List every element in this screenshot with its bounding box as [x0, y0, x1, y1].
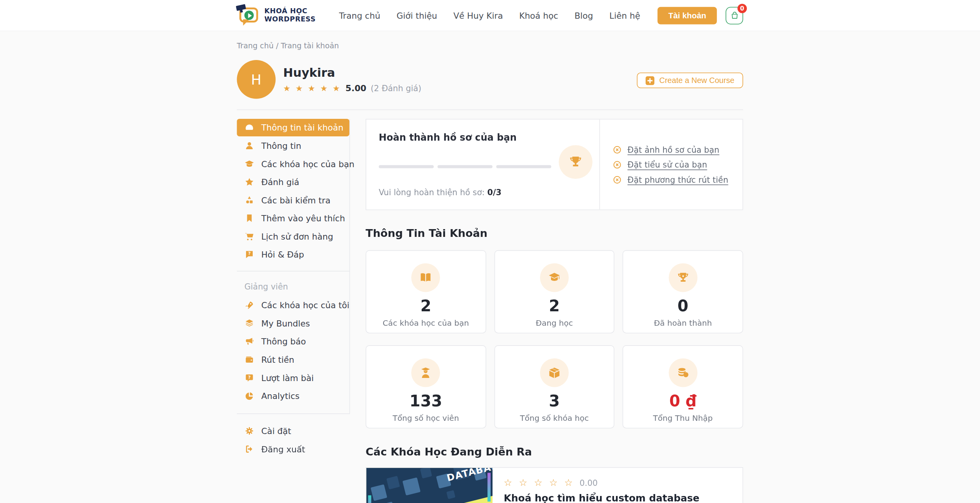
divider [237, 109, 743, 110]
task-set-withdrawal-method[interactable]: Đặt phương thức rút tiền [612, 175, 730, 184]
nav-ve-huy-kira[interactable]: Về Huy Kira [453, 10, 503, 20]
sidebar-item-thong-bao[interactable]: Thông báo [237, 332, 349, 350]
stat-card-total-courses: 3 Tổng số khóa học [494, 345, 614, 428]
circle-x-icon [612, 175, 622, 184]
stat-card-completed-courses: 0 Đã hoàn thành [623, 250, 743, 333]
sidebar-item-cac-khoa-hoc-cua-ban[interactable]: Các khóa học của bạn [237, 154, 349, 173]
course-rating-value: 0.00 [580, 478, 598, 487]
nav-gioi-thieu[interactable]: Giới thiệu [396, 10, 437, 20]
sidebar-item-dang-xuat[interactable]: Đăng xuất [237, 439, 350, 458]
star-icon [245, 176, 255, 187]
create-course-button[interactable]: Create a New Course [637, 72, 743, 88]
profile-completion-panel: Hoàn thành hồ sơ của bạn Vui lòng hoàn t… [366, 119, 743, 210]
pie-chart-icon [245, 390, 255, 401]
logout-icon [245, 444, 255, 454]
circle-x-icon [612, 145, 622, 154]
site-logo[interactable]: KHOÁ HỌC WORDPRESS [237, 6, 315, 25]
question-square-icon: ? [245, 372, 255, 383]
sidebar-item-danh-gia[interactable]: Đánh giá [237, 173, 349, 191]
page: KHOÁ HỌC WORDPRESS Trang chủ Giới thiệu … [0, 0, 980, 503]
layers-icon [245, 318, 255, 328]
rating-value: 5.00 [345, 83, 366, 93]
logo-icon [237, 6, 259, 25]
sidebar-item-thong-tin[interactable]: Thông tin [237, 136, 349, 155]
student-icon [412, 358, 440, 387]
sidebar-item-cac-bai-kiem-tra[interactable]: Các bài kiểm tra [237, 191, 349, 209]
logo-text: KHOÁ HỌC WORDPRESS [264, 8, 316, 23]
sidebar-item-luot-lam-bai[interactable]: ? Lượt làm bài [237, 368, 349, 387]
course-thumbnail[interactable]: DATABASE Khoá học Database WordPress Lập… [366, 468, 493, 503]
avatar: H [237, 60, 276, 99]
stat-card-enrolled-courses: 2 Các khóa học của bạn [366, 250, 486, 333]
profile-name: Huykira [283, 66, 421, 79]
svg-text:?: ? [248, 375, 251, 380]
shopping-bag-icon [730, 11, 739, 20]
trophy-icon [669, 263, 697, 292]
main-content: Hoàn thành hồ sơ của bạn Vui lòng hoàn t… [366, 119, 743, 503]
main-nav: Trang chủ Giới thiệu Về Huy Kira Khoá họ… [339, 10, 640, 20]
course-card: DATABASE Khoá học Database WordPress Lập… [366, 467, 743, 503]
sidebar-item-lich-su-don-hang[interactable]: Lịch sử đơn hàng [237, 227, 349, 245]
stat-card-total-students: 133 Tổng số học viên [366, 345, 486, 428]
nav-trang-chu[interactable]: Trang chủ [339, 10, 380, 20]
course-rating-stars: ☆ ☆ ☆ ☆ ☆ [504, 477, 575, 489]
profile-header: H Huykira ★ ★ ★ ★ ★ 5.00 (2 Đánh giá) Cr… [237, 60, 743, 99]
box-icon [540, 358, 569, 387]
account-button[interactable]: Tài khoản [658, 7, 717, 24]
sidebar-item-hoi-dap[interactable]: ? Hỏi & Đáp [237, 245, 349, 263]
plus-icon [646, 76, 654, 85]
nav-khoa-hoc[interactable]: Khoá học [519, 10, 558, 20]
sidebar-item-cai-dat[interactable]: Cài đặt [237, 422, 350, 440]
completion-progress-bars [379, 165, 551, 168]
account-sidebar: Thông tin tài khoản Thông tin Các khóa h… [237, 119, 350, 458]
graduation-cap-icon [540, 263, 569, 292]
graduation-cap-icon [245, 159, 255, 169]
cart-count-badge: 0 [737, 4, 747, 13]
sidebar-item-cac-khoa-hoc-cua-toi[interactable]: Các khóa học của tôi [237, 296, 349, 314]
stat-card-active-courses: 2 Đang học [494, 250, 614, 333]
thumbnail-banner: DATABASE [366, 468, 493, 503]
breadcrumb[interactable]: Trang chủ / Trang tài khoản [237, 31, 743, 50]
coins-icon [669, 358, 697, 387]
question-chat-icon: ? [245, 249, 255, 259]
task-set-profile-photo[interactable]: Đặt ảnh hồ sơ của bạn [612, 145, 730, 154]
rating-stars: ★ ★ ★ ★ ★ [283, 83, 341, 93]
stats-grid: 2 Các khóa học của bạn 2 Đang học 0 Đã h… [366, 250, 743, 428]
rating-count: (2 Đánh giá) [371, 83, 421, 93]
courses-in-progress-title: Các Khóa Học Đang Diễn Ra [366, 445, 743, 458]
sidebar-section-giang-vien: Giảng viên [245, 282, 350, 291]
stat-card-total-income: 0 ₫ Tổng Thu Nhập [623, 345, 743, 428]
header: KHOÁ HỌC WORDPRESS Trang chủ Giới thiệu … [0, 0, 980, 31]
completion-caption: Vui lòng hoàn thiện hồ sơ: 0/3 [379, 188, 587, 197]
gear-icon [245, 425, 255, 436]
shapes-icon [245, 195, 255, 205]
sidebar-item-thong-tin-tai-khoan[interactable]: Thông tin tài khoản [237, 119, 349, 136]
trophy-icon [559, 145, 593, 179]
book-open-icon [412, 263, 440, 292]
course-title[interactable]: Khoá học tìm hiểu custom database WordPr… [504, 493, 731, 503]
rocket-icon [245, 300, 255, 310]
account-info-title: Thông Tin Tài Khoản [366, 227, 743, 240]
sidebar-item-analytics[interactable]: Analytics [237, 387, 349, 405]
wallet-icon [245, 354, 255, 364]
bookmark-icon [245, 213, 255, 223]
sidebar-item-rut-tien[interactable]: Rút tiền [237, 350, 349, 369]
nav-blog[interactable]: Blog [574, 10, 593, 20]
gauge-icon [245, 123, 255, 133]
svg-text:?: ? [248, 251, 251, 256]
megaphone-icon [245, 336, 255, 346]
completion-title: Hoàn thành hồ sơ của bạn [379, 132, 587, 143]
sidebar-item-them-vao-yeu-thich[interactable]: Thêm vào yêu thích [237, 209, 349, 227]
circle-x-icon [612, 160, 622, 169]
nav-lien-he[interactable]: Liên hệ [609, 10, 640, 20]
cart-icon [245, 231, 255, 241]
sidebar-item-my-bundles[interactable]: My Bundles [237, 314, 349, 332]
cart-button[interactable]: 0 [726, 7, 743, 24]
task-set-bio[interactable]: Đặt tiểu sử của bạn [612, 160, 730, 169]
user-icon [245, 140, 255, 150]
completion-tasks: Đặt ảnh hồ sơ của bạn Đặt tiểu sử của bạ… [599, 120, 742, 210]
